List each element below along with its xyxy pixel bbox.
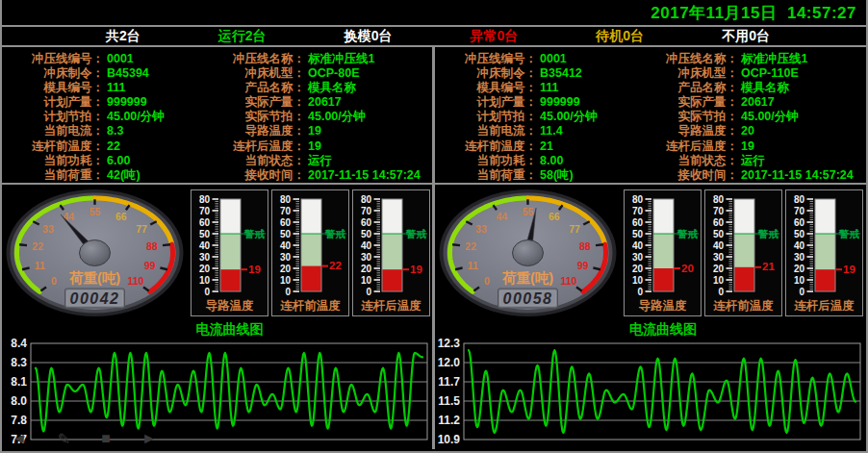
svg-text:11.5: 11.5 — [438, 394, 460, 408]
info-row: 连杆后温度：19 — [649, 139, 865, 154]
info-row: 冲床机型：OCP-80E — [216, 66, 432, 81]
info-value: 20617 — [305, 95, 342, 110]
svg-text:荷重(吨): 荷重(吨) — [68, 270, 120, 286]
info-row: 实际产量：20617 — [649, 95, 865, 110]
info-row: 当前功耗：8.00 — [435, 154, 649, 168]
svg-text:22: 22 — [329, 260, 342, 271]
svg-text:20: 20 — [794, 264, 805, 274]
stop-square-icon[interactable]: ■ — [101, 430, 111, 448]
svg-text:50: 50 — [280, 229, 292, 239]
svg-text:70: 70 — [713, 206, 725, 216]
info-row: 实际节拍：45.00/分钟 — [216, 110, 432, 124]
info-label: 产品名称： — [649, 81, 738, 95]
svg-text:40: 40 — [632, 240, 644, 251]
meters-row: 0112233445566778899110荷重(吨)00058 0102030… — [435, 185, 866, 321]
svg-text:8.4: 8.4 — [11, 338, 27, 350]
status-item: 不用0台 — [722, 28, 770, 45]
svg-text:33: 33 — [475, 223, 487, 235]
svg-text:0: 0 — [204, 287, 210, 297]
svg-text:19: 19 — [410, 264, 422, 275]
load-gauge: 0112233445566778899110荷重(吨)00042 — [2, 185, 188, 321]
status-item: 共2台 — [106, 28, 140, 45]
info-value: 模具名称 — [305, 81, 356, 95]
svg-text:导路温度: 导路温度 — [639, 299, 688, 313]
svg-text:30: 30 — [280, 252, 292, 263]
thermometer-group: 01020304050607080警戒20导路温度010203040506070… — [624, 189, 863, 316]
svg-text:0: 0 — [285, 287, 291, 297]
info-value: 42(吨) — [104, 168, 140, 183]
info-label: 当前电流： — [435, 124, 537, 138]
info-label: 冲压线编号： — [2, 52, 104, 66]
info-value: 6.00 — [104, 154, 130, 168]
pencil-icon[interactable]: ✎ — [58, 430, 70, 448]
svg-text:80: 80 — [361, 194, 372, 205]
svg-text:40: 40 — [199, 240, 211, 251]
info-row: 产品名称：模具名称 — [649, 81, 865, 95]
toolbar-watermark: ◄✎■► — [12, 430, 157, 448]
svg-text:10: 10 — [361, 275, 372, 286]
svg-text:30: 30 — [199, 252, 211, 263]
info-value: 标准冲压线1 — [305, 52, 374, 66]
info-row: 导路温度：19 — [216, 124, 432, 138]
info-value: 20 — [738, 124, 754, 138]
forward-arrow-icon[interactable]: ► — [141, 430, 157, 448]
svg-text:50: 50 — [713, 229, 725, 239]
svg-text:11.2: 11.2 — [438, 414, 460, 427]
info-row: 模具编号：111 — [435, 81, 649, 95]
thermometer-rod-rear-temp: 01020304050607080警戒19连杆后温度 — [352, 189, 430, 316]
current-chart-block: 电流曲线图 12.312.011.711.511.210.9 — [435, 321, 866, 449]
info-column-left: 冲压线编号：0001冲床制令：B35412模具编号：111计划产量：999999… — [435, 52, 649, 183]
svg-text:0: 0 — [366, 287, 371, 297]
svg-text:40: 40 — [794, 240, 805, 251]
info-row: 冲压线编号：0001 — [435, 52, 649, 66]
svg-text:55: 55 — [89, 206, 101, 217]
svg-text:7.8: 7.8 — [11, 414, 27, 427]
svg-text:导路温度: 导路温度 — [206, 299, 255, 313]
svg-text:12.0: 12.0 — [438, 356, 461, 369]
thermometer-guide-rail-temp: 01020304050607080警戒20导路温度 — [624, 189, 702, 316]
info-label: 连杆后温度： — [216, 139, 305, 154]
svg-text:110: 110 — [127, 275, 143, 287]
thermometer-group: 01020304050607080警戒19导路温度010203040506070… — [191, 189, 430, 316]
svg-text:50: 50 — [794, 229, 805, 239]
svg-text:50: 50 — [361, 229, 372, 239]
hmi-dashboard-window: 2017年11月15日 14:57:27 共2台运行2台换模0台异常0台待机0台… — [0, 0, 868, 453]
info-value: 11.4 — [537, 124, 563, 138]
svg-text:99: 99 — [577, 260, 589, 271]
svg-text:70: 70 — [199, 206, 211, 216]
info-value: 111 — [537, 81, 558, 95]
svg-text:8.3: 8.3 — [11, 356, 27, 369]
info-value: 999999 — [537, 95, 580, 110]
svg-text:警戒: 警戒 — [324, 228, 346, 239]
info-value: 19 — [305, 139, 321, 154]
svg-text:警戒: 警戒 — [677, 228, 699, 239]
svg-text:60: 60 — [280, 217, 292, 228]
info-label: 当前功耗： — [435, 154, 537, 168]
svg-text:0: 0 — [51, 275, 57, 287]
svg-text:80: 80 — [713, 194, 725, 205]
info-label: 模具编号： — [2, 81, 104, 95]
info-value: 45.00/分钟 — [738, 110, 799, 124]
info-value: 标准冲压线1 — [738, 52, 807, 66]
info-label: 接收时间： — [649, 168, 738, 183]
info-row: 当前荷重：42(吨) — [2, 168, 216, 183]
load-gauge: 0112233445566778899110荷重(吨)00058 — [435, 185, 621, 321]
info-row: 连杆前温度：21 — [435, 139, 649, 154]
back-arrow-icon[interactable]: ◄ — [12, 430, 27, 448]
info-value: 20617 — [738, 95, 775, 110]
info-row: 计划节拍：45.00/分钟 — [435, 110, 649, 124]
info-row: 接收时间：2017-11-15 14:57:24 — [649, 168, 865, 183]
svg-text:77: 77 — [569, 223, 580, 235]
info-row: 计划产量：999999 — [2, 95, 216, 110]
svg-text:99: 99 — [144, 260, 156, 271]
svg-text:60: 60 — [713, 217, 725, 228]
datetime-display: 2017年11月15日 14:57:27 — [651, 2, 856, 24]
svg-text:10: 10 — [794, 275, 805, 286]
info-row: 产品名称：模具名称 — [216, 81, 432, 95]
info-label: 当前荷重： — [435, 168, 537, 183]
current-curve-chart: 12.312.011.711.511.210.9 — [435, 338, 865, 447]
svg-text:22: 22 — [32, 240, 43, 252]
info-row: 连杆后温度：19 — [216, 139, 432, 154]
info-label: 冲床机型： — [649, 66, 738, 81]
info-label: 导路温度： — [649, 124, 738, 138]
